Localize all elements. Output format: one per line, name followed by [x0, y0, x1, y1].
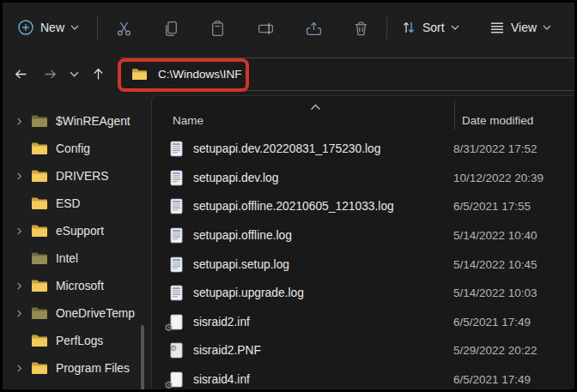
- delete-icon[interactable]: [346, 14, 375, 43]
- file-name: sisraid4.inf: [193, 373, 453, 386]
- chevron-right-icon[interactable]: [14, 363, 25, 374]
- file-date-modified: 5/29/2022 20:22: [453, 344, 538, 357]
- folder-icon: [31, 279, 48, 292]
- sort-ascending-icon[interactable]: [310, 100, 321, 106]
- up-icon[interactable]: [83, 60, 112, 89]
- file-name: setupapi.setup.log: [193, 258, 453, 271]
- copy-icon[interactable]: [156, 14, 185, 43]
- sidebar-item-label: PerfLogs: [56, 335, 103, 347]
- sidebar-item[interactable]: [3, 382, 151, 392]
- folder-icon: [31, 114, 48, 128]
- main-area: $WinREAgent Config DRIVERS ESD eSupp: [3, 95, 574, 392]
- file-row[interactable]: ⚙ sisraid2.inf 6/5/2021 17:49: [152, 308, 574, 337]
- folder-icon: [31, 251, 48, 265]
- sidebar-item[interactable]: Program Files: [3, 354, 151, 382]
- chevron-right-icon[interactable]: [14, 226, 25, 237]
- paste-icon[interactable]: [203, 14, 232, 43]
- log-file-icon: [167, 140, 185, 158]
- folder-icon: [31, 224, 48, 238]
- file-name: setupapi.dev.log: [193, 172, 453, 184]
- file-row[interactable]: ⚙ sisraid2.PNF 5/29/2022 20:22: [152, 336, 574, 365]
- new-button[interactable]: New: [9, 11, 87, 44]
- file-name: sisraid2.inf: [193, 316, 453, 329]
- file-name: setupapi.dev.20220831_175230.log: [193, 142, 453, 155]
- sidebar-item[interactable]: ESD: [3, 190, 151, 217]
- chevron-right-icon[interactable]: [14, 116, 25, 127]
- chevron-down-icon: [543, 25, 551, 30]
- sidebar-item-label: $WinREAgent: [56, 115, 131, 128]
- file-explorer-window: New Sort: [0, 0, 577, 392]
- sort-button[interactable]: Sort: [393, 11, 467, 44]
- rename-icon[interactable]: [251, 14, 280, 43]
- sidebar-scrollbar[interactable]: [141, 325, 144, 392]
- folder-icon: [31, 361, 48, 375]
- view-button-label: View: [511, 21, 537, 34]
- log-file-icon: [167, 284, 185, 302]
- recent-locations-chevron-icon[interactable]: [64, 60, 83, 89]
- chevron-right-icon[interactable]: [14, 308, 25, 319]
- sidebar-item[interactable]: OneDriveTemp: [3, 299, 151, 327]
- sort-button-label: Sort: [422, 21, 445, 34]
- column-header-name[interactable]: Name: [173, 114, 203, 127]
- sidebar-item[interactable]: Microsoft: [3, 272, 151, 299]
- file-row[interactable]: setupapi.dev.log 10/12/2022 20:39: [152, 164, 574, 193]
- sort-arrows-icon: [401, 20, 416, 35]
- address-bar[interactable]: C:\Windows\INF: [120, 57, 574, 91]
- view-lines-icon: [489, 20, 505, 35]
- back-icon[interactable]: [6, 60, 35, 89]
- log-file-icon: [167, 169, 185, 187]
- file-list-pane: Name Date modified setupapi.dev.20220831…: [151, 95, 574, 392]
- log-file-icon: [167, 197, 185, 215]
- new-button-label: New: [40, 21, 64, 34]
- forward-icon[interactable]: [35, 60, 64, 89]
- file-date-modified: 6/5/2021 17:49: [453, 373, 531, 386]
- file-date-modified: 5/14/2022 10:45: [453, 258, 538, 271]
- sidebar-tree: $WinREAgent Config DRIVERS ESD eSupp: [3, 95, 151, 392]
- sidebar-item[interactable]: PerfLogs: [3, 327, 151, 354]
- file-rows: setupapi.dev.20220831_175230.log 8/31/20…: [152, 135, 574, 392]
- chevron-right-icon[interactable]: [14, 171, 25, 182]
- toolbar-divider: [97, 16, 98, 40]
- file-date-modified: 5/14/2022 10:03: [453, 286, 538, 299]
- folder-icon: [31, 334, 48, 347]
- folder-icon: [31, 389, 48, 392]
- share-icon[interactable]: [299, 14, 328, 43]
- command-toolbar: New Sort: [3, 3, 574, 53]
- folder-icon: [31, 196, 48, 210]
- sidebar-item[interactable]: $WinREAgent: [3, 107, 151, 135]
- file-date-modified: 6/5/2021 17:49: [453, 316, 531, 329]
- inf-file-icon: ⚙: [167, 313, 185, 331]
- column-header-date-modified[interactable]: Date modified: [462, 114, 533, 127]
- folder-icon: [131, 68, 148, 81]
- chevron-right-icon[interactable]: [14, 280, 25, 292]
- file-row[interactable]: setupapi.setup.log 5/14/2022 10:45: [152, 250, 574, 279]
- toolbar-divider: [386, 16, 387, 40]
- log-file-icon: [167, 256, 185, 274]
- file-name: setupapi.offline.log: [193, 229, 453, 242]
- sidebar-item-label: ESD: [56, 197, 80, 210]
- plus-circle-icon: [17, 19, 34, 36]
- navigation-bar: C:\Windows\INF: [3, 53, 574, 95]
- file-date-modified: 6/5/2021 17:55: [453, 200, 531, 213]
- file-row[interactable]: setupapi.offline.20210605_121033.log 6/5…: [152, 192, 574, 221]
- file-row[interactable]: ⚙ sisraid4.inf 6/5/2021 17:49: [152, 365, 574, 392]
- column-separator[interactable]: [454, 100, 455, 130]
- sidebar-item[interactable]: DRIVERS: [3, 162, 151, 190]
- sidebar-item-label: Config: [56, 142, 90, 155]
- file-row[interactable]: setupapi.offline.log 5/14/2022 10:40: [152, 221, 574, 250]
- chevron-down-icon: [451, 25, 459, 30]
- folder-icon: [31, 169, 48, 183]
- file-name: setupapi.upgrade.log: [193, 286, 453, 299]
- address-path: C:\Windows\INF: [158, 68, 242, 81]
- cut-icon[interactable]: [109, 14, 138, 43]
- sidebar-item[interactable]: eSupport: [3, 217, 151, 244]
- file-name: setupapi.offline.20210605_121033.log: [193, 200, 453, 213]
- sidebar-item-label: OneDriveTemp: [56, 307, 135, 320]
- file-row[interactable]: setupapi.dev.20220831_175230.log 8/31/20…: [152, 135, 574, 164]
- sidebar-item-label: Program Files: [56, 362, 130, 375]
- sidebar-item[interactable]: Config: [3, 135, 151, 162]
- sidebar-item[interactable]: Intel: [3, 244, 151, 272]
- file-date-modified: 8/31/2022 17:52: [453, 142, 538, 155]
- view-button[interactable]: View: [482, 11, 559, 44]
- file-row[interactable]: setupapi.upgrade.log 5/14/2022 10:03: [152, 279, 574, 308]
